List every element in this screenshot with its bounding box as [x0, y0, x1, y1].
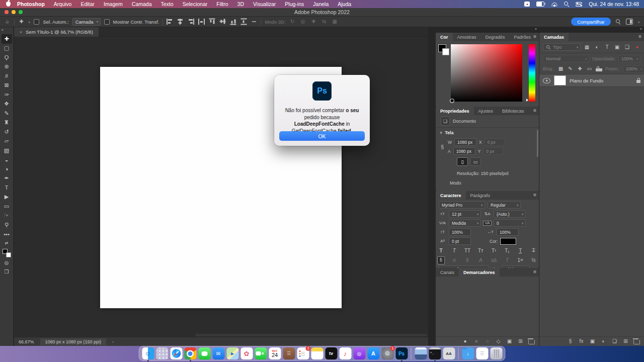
workspace-icon[interactable] [626, 19, 633, 25]
panel-collapse-icon[interactable] [436, 27, 539, 32]
faux-bold-button[interactable]: T [438, 247, 444, 254]
leading-dropdown[interactable]: (Auto.) [494, 210, 526, 218]
titling-alternates-button[interactable]: T [504, 257, 510, 264]
podcasts-app[interactable]: ◎ [353, 347, 366, 360]
menu-item-texto[interactable]: Texto [156, 1, 178, 7]
all-caps-button[interactable]: TT [464, 247, 471, 254]
section-chevron-icon[interactable] [440, 131, 442, 135]
apple-menu-icon[interactable] [6, 2, 11, 7]
menu-item-selecionar[interactable]: Selecionar [178, 1, 212, 7]
layer-style-icon[interactable]: fx [578, 338, 585, 345]
text-color-swatch[interactable] [500, 238, 516, 245]
delete-path-icon[interactable] [528, 340, 535, 344]
filter-pixel-layers-icon[interactable]: ▦ [584, 44, 590, 51]
align-left-icon[interactable] [167, 19, 173, 25]
align-top-icon[interactable] [209, 19, 215, 25]
shape-from-path-icon[interactable]: ▣ [506, 338, 513, 345]
pen-tool[interactable]: ✒ [2, 174, 12, 184]
portrait-orientation-button[interactable]: ▯ [457, 157, 468, 166]
minimized-desktop-window[interactable] [415, 347, 427, 360]
zoom-level[interactable]: 66,67% [19, 339, 34, 344]
opacity-dropdown[interactable]: 100% [618, 55, 640, 62]
3d-slide-icon[interactable]: ⇆ [321, 18, 328, 25]
horizontal-scale-field[interactable]: 100% [497, 228, 519, 236]
battery-icon[interactable] [536, 2, 544, 7]
blend-mode-dropdown[interactable]: Normal [543, 55, 589, 62]
fill-path-icon[interactable]: ● [462, 338, 468, 345]
lock-paint-icon[interactable]: ✎ [567, 65, 574, 72]
path-selection-tool[interactable]: ▶ [2, 193, 12, 202]
distribute-h-icon[interactable] [198, 19, 205, 25]
swap-colors-icon[interactable]: ⇄ [4, 240, 10, 247]
vertical-scale-field[interactable]: 100% [449, 228, 471, 236]
spotlight-search-icon[interactable] [564, 2, 569, 7]
screen-mode-button[interactable]: ❐ [4, 268, 10, 276]
layer-mask-icon[interactable]: ▣ [589, 338, 596, 345]
subscript-button[interactable]: T₁ [504, 247, 510, 254]
panel-collapse-icon[interactable] [539, 27, 644, 32]
panel-menu-icon[interactable] [533, 269, 536, 275]
ok-button[interactable]: OK [279, 131, 365, 141]
lasso-tool[interactable]: Ϙ [2, 53, 12, 62]
appstore-app[interactable]: A [367, 347, 380, 360]
lock-transparent-icon[interactable]: ▩ [557, 65, 564, 72]
auto-select-checkbox[interactable] [34, 19, 39, 25]
menu-item-photoshop[interactable]: Photoshop [13, 1, 49, 7]
tab-caractere[interactable]: Caractere [436, 191, 466, 200]
tool-preset-icon[interactable]: ✚ [18, 18, 25, 25]
recent-document[interactable]: ☰ [476, 347, 489, 360]
lock-move-icon[interactable]: ✚ [577, 65, 583, 72]
filter-shape-layers-icon[interactable]: ▣ [614, 44, 620, 51]
3d-roll-icon[interactable]: ◎ [300, 18, 306, 25]
appletv-app[interactable]: tv [325, 347, 338, 360]
menu-item-imagem[interactable]: Imagem [99, 1, 127, 7]
landscape-orientation-button[interactable]: ▭ [470, 157, 481, 166]
tab-ajustes[interactable]: Ajustes [474, 107, 498, 115]
eyedropper-tool[interactable]: ✑ [2, 90, 12, 100]
eraser-tool[interactable]: ▱ [2, 137, 12, 146]
filter-toggle-icon[interactable]: ● [634, 44, 640, 51]
chevron-down-icon[interactable]: ∨ [638, 20, 640, 24]
screen-mirroring-icon[interactable] [524, 2, 530, 7]
clone-stamp-tool[interactable]: ♜ [2, 118, 12, 128]
discretionary-ligatures-button[interactable]: ſt [464, 257, 471, 264]
fractions-button[interactable]: ½ [530, 257, 537, 264]
control-center-icon[interactable] [576, 2, 582, 7]
frame-tool[interactable]: ⊠ [2, 81, 12, 90]
messages-app[interactable] [198, 347, 211, 360]
layer-filter-select[interactable]: Tipo [543, 43, 581, 51]
horizontal-scrollbar[interactable] [195, 334, 427, 336]
height-field[interactable]: 1080 px [453, 147, 475, 155]
mail-app[interactable]: ✉ [212, 347, 225, 360]
toolbar-collapse-icon[interactable] [0, 27, 4, 34]
downloads-folder[interactable]: ↓ [462, 347, 474, 360]
photoshop-app[interactable]: Ps [395, 347, 408, 360]
crop-tool[interactable]: # [2, 71, 12, 81]
gradient-tool[interactable]: ▧ [2, 146, 12, 155]
finder-app[interactable]: ☺ [142, 347, 154, 360]
menu-item-ajuda[interactable]: Ajuda [333, 1, 356, 7]
share-button[interactable]: Compartilhar [571, 18, 610, 26]
new-layer-icon[interactable]: ⊞ [622, 338, 629, 345]
underline-button[interactable]: T [517, 247, 524, 254]
tab-canais[interactable]: Canais [436, 268, 459, 277]
stylistic-alternates-button[interactable]: aā [491, 257, 497, 264]
shape-tool[interactable]: ▭ [2, 202, 12, 211]
tab-padr-es[interactable]: Padrões [510, 33, 536, 41]
y-field[interactable]: 0 px [483, 147, 503, 155]
menu-item-plug-ins[interactable]: Plug-ins [280, 1, 308, 7]
brush-tool[interactable]: ✎ [2, 109, 12, 118]
contacts-app[interactable]: ☰ [283, 347, 295, 360]
minimized-terminal-window[interactable]: >_ [429, 347, 441, 360]
tab-amostras[interactable]: Amostras [453, 33, 481, 41]
mask-from-path-icon[interactable]: ◇ [495, 338, 502, 345]
wifi-icon[interactable] [551, 2, 557, 7]
settings-app[interactable]: ⚙1 [381, 347, 394, 360]
home-icon[interactable]: ⌂ [4, 18, 11, 25]
zoom-tool[interactable]: ⚲ [2, 220, 12, 230]
menu-item-3d[interactable]: 3D [233, 1, 249, 7]
panel-menu-icon[interactable] [638, 34, 641, 39]
small-caps-button[interactable]: Tᴛ [477, 247, 484, 254]
layer-lock-icon[interactable] [636, 80, 640, 83]
quick-mask-button[interactable]: ◎ [4, 259, 10, 266]
